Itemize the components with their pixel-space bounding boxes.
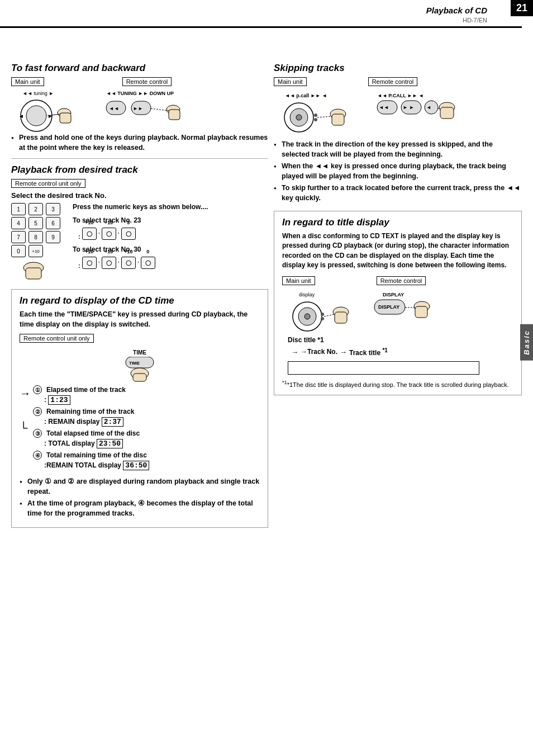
title-display-desc: When a disc conforming to CD TEXT is pla… xyxy=(282,231,513,271)
key-plus10[interactable]: +10 xyxy=(28,245,43,257)
track-selection-area: Press the numeric keys as shown below...… xyxy=(73,203,268,271)
skipping-section: Skipping tracks Main unit Remote control… xyxy=(274,63,522,203)
page-title: Playback of CD xyxy=(426,6,487,15)
svg-rect-46 xyxy=(335,312,347,323)
title-remote-label: Remote control xyxy=(377,276,426,285)
track23-btn1[interactable]: ◯ xyxy=(82,228,97,240)
cd-time-bullets: Only ① and ② are displayed during random… xyxy=(20,477,260,518)
svg-point-43 xyxy=(321,313,324,316)
track30-btn2[interactable]: ◯ xyxy=(102,257,116,269)
remote-only-label-1: Remote control unit only xyxy=(11,179,85,188)
svg-text:► ►: ► ► xyxy=(403,105,414,110)
time-item4: ④ Total remaining time of the disc xyxy=(33,451,260,460)
svg-rect-12 xyxy=(169,110,180,120)
svg-line-47 xyxy=(324,314,335,316)
key-1[interactable]: 1 xyxy=(11,203,26,215)
remote-only-label-2: Remote control unit only xyxy=(20,334,94,343)
key-0[interactable]: 0 xyxy=(11,245,26,257)
remote-label: Remote control xyxy=(122,77,172,86)
key-3[interactable]: 3 xyxy=(46,203,60,215)
playback-track-section: Playback from desired track Remote contr… xyxy=(11,164,268,284)
svg-point-24 xyxy=(314,114,317,117)
svg-point-23 xyxy=(296,115,302,120)
skipping-title: Skipping tracks xyxy=(274,63,522,74)
svg-text:display: display xyxy=(299,292,315,297)
cd-time-section: In regard to display of the CD time Each… xyxy=(11,289,268,528)
svg-text:◄◄: ◄◄ xyxy=(379,105,389,110)
skipping-bullet1: The track in the direction of the key pr… xyxy=(274,140,522,159)
svg-text:DISPLAY: DISPLAY xyxy=(383,292,404,297)
playback-track-title: Playback from desired track xyxy=(11,164,268,176)
svg-text:◄◄ P.CALL ►► ◄: ◄◄ P.CALL ►► ◄ xyxy=(377,93,423,98)
svg-line-13 xyxy=(151,108,169,111)
svg-text:TIME: TIME xyxy=(129,361,140,366)
svg-rect-5 xyxy=(60,113,71,123)
svg-text:►►: ►► xyxy=(133,106,143,111)
svg-point-25 xyxy=(314,118,317,121)
track30-btn3[interactable]: ◯ xyxy=(121,257,136,269)
key-7[interactable]: 7 xyxy=(11,231,26,243)
display-main-illus: display xyxy=(282,290,355,332)
numeric-keypad: 1 2 3 4 5 6 7 8 9 0 +10 xyxy=(11,203,61,284)
select-text: Select the desired track No. xyxy=(11,191,268,200)
track30-btn1[interactable]: ◯ xyxy=(82,257,97,269)
fast-forward-section: To fast forward and backward Main unit R… xyxy=(11,63,268,153)
cd-time-title: In regard to display of the CD time xyxy=(20,295,260,306)
time-item2: ② Remaining time of the track xyxy=(33,407,260,416)
key-5[interactable]: 5 xyxy=(28,217,43,229)
main-unit-knob-illus: ◄◄ tuning ► ◄ ► xyxy=(11,91,84,130)
cd-time-bullet1: Only ① and ② are displayed during random… xyxy=(20,477,260,497)
fast-forward-title: To fast forward and backward xyxy=(11,63,268,74)
time-item1: ① Elapsed time of the track xyxy=(33,385,260,394)
key-8[interactable]: 8 xyxy=(28,231,43,243)
model-number: HD-7/EN xyxy=(463,17,487,23)
svg-point-44 xyxy=(321,317,324,320)
svg-text:DISPLAY: DISPLAY xyxy=(378,304,399,310)
svg-text:◄◄ p.call ►► ◄: ◄◄ p.call ►► ◄ xyxy=(285,93,327,98)
track23-btn3[interactable]: ◯ xyxy=(121,228,136,240)
skip-remote-illus: ◄◄ P.CALL ►► ◄ ◄◄ ► ► ◄ xyxy=(374,91,464,135)
svg-rect-37 xyxy=(440,107,454,119)
svg-rect-27 xyxy=(332,114,344,125)
svg-text:◄: ◄ xyxy=(426,105,431,110)
disc-title-flow: Disc title *1 → →Track No. → Track title… xyxy=(282,336,513,375)
title-display-title: In regard to title display xyxy=(282,217,513,228)
main-unit-label: Main unit xyxy=(11,77,44,86)
title-display-section: In regard to title display When a disc c… xyxy=(274,211,522,395)
track23-btn2[interactable]: ◯ xyxy=(102,228,116,240)
key-4[interactable]: 4 xyxy=(11,217,26,229)
display-remote-illus: DISPLAY DISPLAY xyxy=(372,290,444,332)
time-label: TIME xyxy=(133,349,146,356)
skipping-bullet3: To skip further to a track located befor… xyxy=(274,183,522,203)
skipping-bullets: The track in the direction of the key pr… xyxy=(274,140,522,203)
svg-text:◄◄: ◄◄ xyxy=(109,106,119,111)
time-item3: ③ Total elapsed time of the disc xyxy=(33,429,260,438)
track30-btn4[interactable]: ◯ xyxy=(141,257,155,269)
press-text: Press the numeric keys as shown below...… xyxy=(73,203,268,211)
time-key-illus: TIME TIME xyxy=(20,349,260,382)
key-2[interactable]: 2 xyxy=(28,203,43,215)
svg-line-28 xyxy=(317,116,332,117)
track23-example: To select track No. 23 : +10 ◯ , +10 xyxy=(73,216,268,240)
fast-forward-bullets: Press and hold one of the keys during pl… xyxy=(11,133,268,153)
skipping-bullet2: When the ◄◄ key is pressed once during p… xyxy=(274,162,522,181)
svg-text:►: ► xyxy=(47,113,53,119)
key-6[interactable]: 6 xyxy=(46,217,60,229)
track30-example: To select track No. 30 : +10 ◯ , +10 xyxy=(73,245,268,269)
svg-text:◄: ◄ xyxy=(18,113,24,119)
sidebar-tab: Basic xyxy=(520,324,533,361)
svg-rect-19 xyxy=(133,374,146,381)
tuning-remote-label: ◄◄ TUNING ►► DOWN UP xyxy=(106,91,174,96)
skip-main-unit-label: Main unit xyxy=(274,77,307,86)
skip-remote-label: Remote control xyxy=(368,77,418,86)
tuning-label: ◄◄ tuning ► xyxy=(22,91,54,96)
cd-time-desc: Each time the "TIME/SPACE" key is presse… xyxy=(20,310,260,329)
svg-point-42 xyxy=(304,314,310,319)
key-9[interactable]: 9 xyxy=(46,231,60,243)
fast-forward-bullet1: Press and hold one of the keys during pl… xyxy=(11,133,268,153)
title-main-unit-label: Main unit xyxy=(282,276,315,285)
cd-time-bullet2: At the time of program playback, ④ becom… xyxy=(20,499,260,518)
svg-point-1 xyxy=(26,106,46,126)
svg-rect-15 xyxy=(26,268,41,279)
footnote: *1*1The disc title is displayed during s… xyxy=(282,379,513,389)
